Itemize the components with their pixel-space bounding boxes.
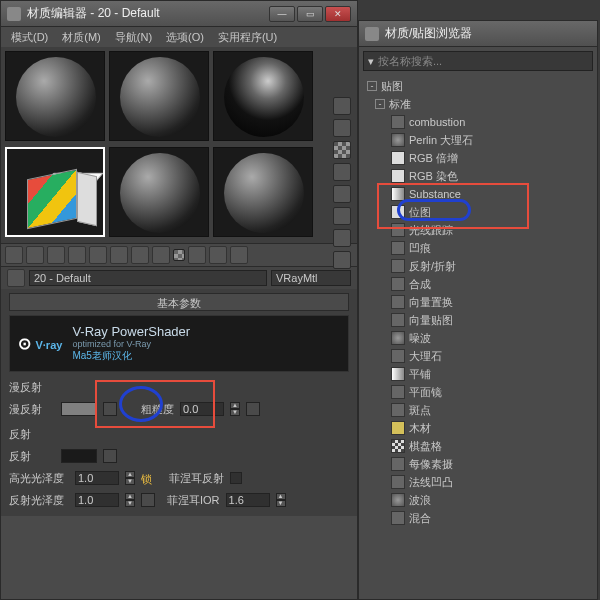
tree-item[interactable]: 每像素摄: [363, 455, 593, 473]
backlight-icon[interactable]: [333, 119, 351, 137]
map-type-icon: [391, 241, 405, 255]
material-slot[interactable]: [109, 147, 209, 237]
tree-item[interactable]: 噪波: [363, 329, 593, 347]
tree-item[interactable]: 斑点: [363, 401, 593, 419]
collapse-icon[interactable]: -: [375, 99, 385, 109]
fresnel-checkbox[interactable]: [230, 472, 242, 484]
tree-item[interactable]: 光线跟踪: [363, 221, 593, 239]
map-type-icon: [391, 421, 405, 435]
pick-icon[interactable]: [7, 269, 25, 287]
make-unique-icon[interactable]: [110, 246, 128, 264]
collapse-icon[interactable]: -: [367, 81, 377, 91]
maximize-button[interactable]: ▭: [297, 6, 323, 22]
material-slot[interactable]: [213, 147, 313, 237]
fresnel-ior-spinner[interactable]: 1.6: [226, 493, 270, 507]
diffuse-section-label: 漫反射: [9, 378, 349, 397]
reflect-label: 反射: [9, 449, 55, 464]
material-slot[interactable]: [109, 51, 209, 141]
hilight-gloss-spinner[interactable]: 1.0: [75, 471, 119, 485]
reflect-section-label: 反射: [9, 425, 349, 444]
preview-icon[interactable]: [333, 207, 351, 225]
map-type-icon: [391, 295, 405, 309]
lock-icon[interactable]: 锁: [141, 472, 153, 484]
map-type-icon: [391, 403, 405, 417]
tree-item[interactable]: 向量贴图: [363, 311, 593, 329]
go-forward-icon[interactable]: [230, 246, 248, 264]
map-type-icon: [391, 151, 405, 165]
vray-sub: optimized for V-Ray: [72, 339, 190, 349]
window-title: 材质编辑器 - 20 - Default: [27, 5, 269, 22]
material-type-button[interactable]: VRayMtl: [271, 270, 351, 286]
menu-utils[interactable]: 实用程序(U): [212, 28, 283, 47]
map-type-icon: [391, 223, 405, 237]
tree-item[interactable]: 位图: [363, 203, 593, 221]
make-copy-icon[interactable]: [89, 246, 107, 264]
map-type-icon: [391, 205, 405, 219]
material-slot[interactable]: [5, 51, 105, 141]
options-icon[interactable]: [333, 229, 351, 247]
material-slot-selected[interactable]: [5, 147, 105, 237]
show-end-icon[interactable]: [188, 246, 206, 264]
tree-item[interactable]: 凹痕: [363, 239, 593, 257]
background-icon[interactable]: [333, 141, 351, 159]
tree-item[interactable]: 法线凹凸: [363, 473, 593, 491]
tree-item[interactable]: 混合: [363, 509, 593, 527]
minimize-button[interactable]: —: [269, 6, 295, 22]
tree-node-maps[interactable]: -贴图: [363, 77, 593, 95]
chevron-down-icon[interactable]: ▾: [368, 55, 374, 68]
material-slot[interactable]: [213, 51, 313, 141]
rollout-basic-params[interactable]: 基本参数: [9, 293, 349, 311]
tree-item[interactable]: RGB 倍增: [363, 149, 593, 167]
map-type-icon: [391, 475, 405, 489]
roughness-map-button[interactable]: [246, 402, 260, 416]
tree-item[interactable]: RGB 染色: [363, 167, 593, 185]
get-material-icon[interactable]: [5, 246, 23, 264]
menu-nav[interactable]: 导航(N): [109, 28, 158, 47]
tree-item[interactable]: Perlin 大理石: [363, 131, 593, 149]
tree-item[interactable]: Substance: [363, 185, 593, 203]
select-by-mat-icon[interactable]: [333, 251, 351, 269]
refl-gloss-map-button[interactable]: [141, 493, 155, 507]
tree-item[interactable]: 大理石: [363, 347, 593, 365]
show-map-icon[interactable]: [173, 249, 185, 261]
vray-cn: Ma5老师汉化: [72, 349, 190, 363]
reflect-map-button[interactable]: [103, 449, 117, 463]
spinner-down-icon[interactable]: ▼: [230, 409, 240, 416]
menu-options[interactable]: 选项(O): [160, 28, 210, 47]
sample-type-icon[interactable]: [333, 97, 351, 115]
diffuse-label: 漫反射: [9, 402, 55, 417]
reflect-color-swatch[interactable]: [61, 449, 97, 463]
map-type-icon: [391, 385, 405, 399]
tree-item[interactable]: 合成: [363, 275, 593, 293]
material-slots: [1, 47, 357, 243]
put-library-icon[interactable]: [131, 246, 149, 264]
tree-item[interactable]: 平铺: [363, 365, 593, 383]
tree-item[interactable]: 反射/折射: [363, 257, 593, 275]
sample-uv-icon[interactable]: [333, 163, 351, 181]
put-to-scene-icon[interactable]: [26, 246, 44, 264]
assign-icon[interactable]: [47, 246, 65, 264]
go-parent-icon[interactable]: [209, 246, 227, 264]
search-input[interactable]: ▾ 按名称搜索...: [363, 51, 593, 71]
tree-item[interactable]: 向量置换: [363, 293, 593, 311]
spinner-up-icon[interactable]: ▲: [230, 402, 240, 409]
diffuse-color-swatch[interactable]: [61, 402, 97, 416]
refl-gloss-spinner[interactable]: 1.0: [75, 493, 119, 507]
browser-icon: [365, 27, 379, 41]
hilight-gloss-label: 高光光泽度: [9, 471, 69, 486]
roughness-spinner[interactable]: 0.0: [180, 402, 224, 416]
tree-item[interactable]: 波浪: [363, 491, 593, 509]
tree-item[interactable]: 平面镜: [363, 383, 593, 401]
menu-material[interactable]: 材质(M): [56, 28, 107, 47]
tree-item[interactable]: combustion: [363, 113, 593, 131]
tree-node-standard[interactable]: -标准: [363, 95, 593, 113]
tree-item[interactable]: 木材: [363, 419, 593, 437]
menu-mode[interactable]: 模式(D): [5, 28, 54, 47]
reset-icon[interactable]: [68, 246, 86, 264]
close-button[interactable]: ✕: [325, 6, 351, 22]
video-check-icon[interactable]: [333, 185, 351, 203]
tree-item[interactable]: 棋盘格: [363, 437, 593, 455]
material-name-field[interactable]: 20 - Default: [29, 270, 267, 286]
mat-id-icon[interactable]: [152, 246, 170, 264]
diffuse-map-button[interactable]: [103, 402, 117, 416]
